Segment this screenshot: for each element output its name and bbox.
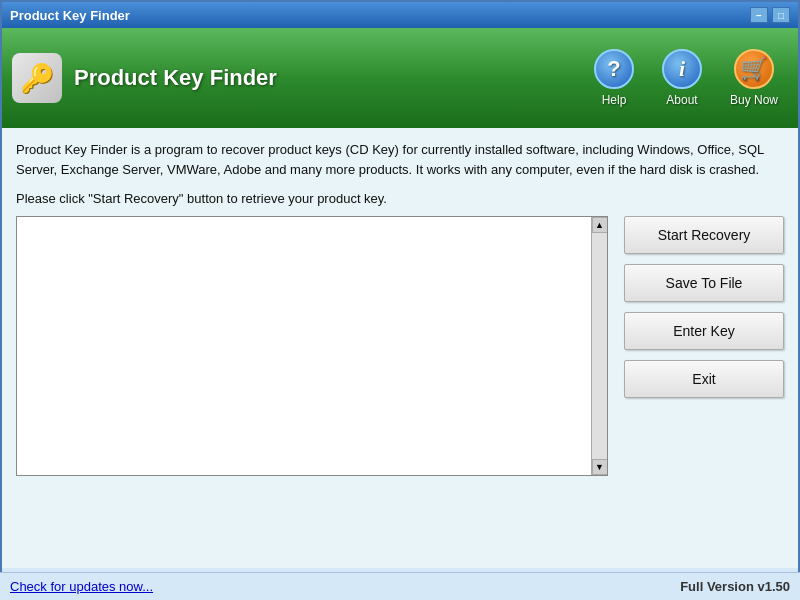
header-nav: ? Help i About 🛒 Buy Now xyxy=(584,45,788,111)
title-bar-controls: − □ xyxy=(750,7,790,23)
title-bar-label: Product Key Finder xyxy=(10,8,130,23)
side-buttons: Start Recovery Save To File Enter Key Ex… xyxy=(624,216,784,476)
help-label: Help xyxy=(602,93,627,107)
version-text: Full Version v1.50 xyxy=(680,579,790,594)
cart-icon: 🛒 xyxy=(734,49,774,89)
main-content: Product Key Finder is a program to recov… xyxy=(2,128,798,568)
buynow-label: Buy Now xyxy=(730,93,778,107)
minimize-button[interactable]: − xyxy=(750,7,768,23)
maximize-button[interactable]: □ xyxy=(772,7,790,23)
title-bar: Product Key Finder − □ xyxy=(2,2,798,28)
help-icon: ? xyxy=(594,49,634,89)
key-icon: 🔑 xyxy=(20,62,55,95)
start-recovery-button[interactable]: Start Recovery xyxy=(624,216,784,254)
about-nav-button[interactable]: i About xyxy=(652,45,712,111)
header-logo: 🔑 Product Key Finder xyxy=(12,53,584,103)
exit-button[interactable]: Exit xyxy=(624,360,784,398)
scroll-down-arrow[interactable]: ▼ xyxy=(592,459,608,475)
logo-icon: 🔑 xyxy=(12,53,62,103)
scroll-up-arrow[interactable]: ▲ xyxy=(592,217,608,233)
save-to-file-button[interactable]: Save To File xyxy=(624,264,784,302)
results-area: ▲ ▼ xyxy=(16,216,608,476)
description-text: Product Key Finder is a program to recov… xyxy=(16,140,784,179)
app-title: Product Key Finder xyxy=(74,65,277,91)
header: 🔑 Product Key Finder ? Help i About 🛒 Bu… xyxy=(2,28,798,128)
about-icon: i xyxy=(662,49,702,89)
help-nav-button[interactable]: ? Help xyxy=(584,45,644,111)
buynow-nav-button[interactable]: 🛒 Buy Now xyxy=(720,45,788,111)
update-link[interactable]: Check for updates now... xyxy=(10,579,153,594)
about-label: About xyxy=(666,93,697,107)
status-bar: Check for updates now... Full Version v1… xyxy=(0,572,800,600)
content-row: ▲ ▼ Start Recovery Save To File Enter Ke… xyxy=(16,216,784,476)
scrollbar[interactable]: ▲ ▼ xyxy=(591,217,607,475)
instruction-text: Please click "Start Recovery" button to … xyxy=(16,191,784,206)
enter-key-button[interactable]: Enter Key xyxy=(624,312,784,350)
